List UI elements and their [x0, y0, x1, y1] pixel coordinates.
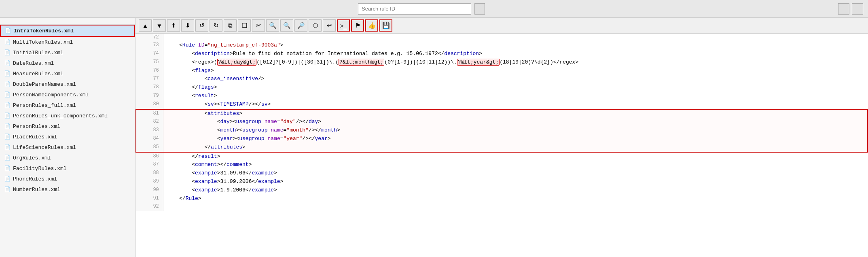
undo-button[interactable]: ↺ [195, 19, 208, 32]
expand-icon[interactable] [838, 3, 849, 15]
table-row: 82 <day><usegroup name="day"/></day> [136, 118, 868, 126]
table-row: 74 <description>Rule to find dot notatio… [136, 50, 868, 58]
table-row: 73 <Rule ID="ng_timestamp_cf-9003a"> [136, 41, 868, 50]
zoom-reset-button[interactable]: 🔎 [294, 19, 307, 32]
sidebar-item-PersonRules-xml[interactable]: 📄PersonRules.xml [0, 121, 135, 132]
copy2-button[interactable]: ❑ [238, 19, 251, 32]
line-number: 84 [136, 135, 163, 143]
sidebar-item-label: FacilityRules.xml [13, 166, 67, 172]
file-icon: 📄 [4, 81, 11, 87]
file-icon: 📄 [4, 134, 11, 140]
table-row: 77 <case_insensitive/> [136, 75, 868, 83]
sidebar-item-PersonRules_full-xml[interactable]: 📄PersonRules_full.xml [0, 100, 135, 110]
sidebar-item-PhoneRules-xml[interactable]: 📄PhoneRules.xml [0, 174, 135, 184]
find-rule-button[interactable] [474, 3, 485, 15]
code-line: <description>Rule to find dot notation f… [163, 50, 868, 58]
table-row: 83 <month><usegroup name="month"/></mont… [136, 126, 868, 135]
file-icon: 📄 [4, 186, 11, 193]
file-icon: 📄 [4, 144, 11, 151]
sidebar-item-label: NumberRules.xml [13, 187, 60, 193]
code-line: <year><usegroup name="year"/></year> [163, 135, 868, 143]
sidebar-item-PlaceRules-xml[interactable]: 📄PlaceRules.xml [0, 132, 135, 142]
line-number: 90 [136, 186, 163, 195]
sidebar-item-MultiTokenRules-xml[interactable]: 📄MultiTokenRules.xml [0, 37, 135, 47]
sidebar-item-NumberRules-xml[interactable]: 📄NumberRules.xml [0, 184, 135, 195]
sidebar-item-DoubleParenNames-xml[interactable]: 📄DoubleParenNames.xml [0, 79, 135, 89]
sidebar-item-LifeScienceRules-xml[interactable]: 📄LifeScienceRules.xml [0, 142, 135, 153]
sidebar-item-IntraTokenRules-xml[interactable]: 📄IntraTokenRules.xml [0, 25, 135, 37]
table-row: 78 </flags> [136, 83, 868, 92]
thumb-button[interactable]: 👍 [365, 19, 378, 32]
code-line: <result> [163, 92, 868, 100]
help-icon[interactable] [852, 3, 863, 15]
code-line: <month><usegroup name="month"/></month> [163, 126, 868, 135]
line-number: 75 [136, 58, 163, 67]
file-icon: 📄 [4, 60, 11, 66]
code-line: <flags> [163, 67, 868, 75]
line-number: 86 [136, 152, 163, 161]
code-line: <example>31.09.2006</example> [163, 178, 868, 186]
code-line [163, 203, 868, 210]
code-line: <regex>(?&lt;day&gt;([012]?[0-9])|([30|3… [163, 58, 868, 67]
zoom-out-button[interactable]: 🔍 [280, 19, 293, 32]
line-number: 92 [136, 203, 163, 210]
table-row: 81 <attributes> [136, 109, 868, 118]
up-solid-button[interactable]: ▲ [139, 19, 152, 32]
down-solid-button[interactable]: ▼ [153, 19, 166, 32]
sidebar-item-label: PersonRules.xml [13, 123, 60, 130]
file-icon: 📄 [4, 113, 11, 119]
copy1-button[interactable]: ⧉ [224, 19, 237, 32]
line-number: 91 [136, 195, 163, 203]
table-row: 85 </attributes> [136, 143, 868, 152]
redo-button[interactable]: ↻ [210, 19, 222, 32]
share2-button[interactable]: ↩ [323, 19, 336, 32]
sidebar-item-label: DateRules.xml [13, 60, 54, 66]
line-number: 74 [136, 50, 163, 58]
sidebar-header [0, 19, 135, 25]
table-row: 80 <sv><TIMESTAMP/></sv> [136, 100, 868, 109]
line-number: 80 [136, 100, 163, 109]
up-outline-button[interactable]: ⬆ [167, 19, 180, 32]
code-line: </attributes> [163, 143, 868, 152]
share1-button[interactable]: ⬡ [309, 19, 322, 32]
main-layout: 📄IntraTokenRules.xml📄MultiTokenRules.xml… [0, 18, 868, 257]
code-line: <day><usegroup name="day"/></day> [163, 118, 868, 126]
terminal-button[interactable]: >_ [337, 19, 350, 32]
sidebar-item-label: MultiTokenRules.xml [13, 39, 73, 45]
code-area[interactable]: 7273 <Rule ID="ng_timestamp_cf-9003a">74… [135, 34, 868, 257]
file-icon: 📄 [4, 123, 11, 130]
down-outline-button[interactable]: ⬇ [181, 19, 194, 32]
sidebar-item-DateRules-xml[interactable]: 📄DateRules.xml [0, 58, 135, 68]
zoom-in-button[interactable]: 🔍 [266, 19, 279, 32]
table-row: 91 </Rule> [136, 195, 868, 203]
collapse-sidebar-button[interactable] [127, 21, 132, 23]
sidebar-item-label: DoubleParenNames.xml [13, 81, 76, 87]
sidebar-item-FacilityRules-xml[interactable]: 📄FacilityRules.xml [0, 163, 135, 174]
flag-button[interactable]: ⚑ [351, 19, 364, 32]
sidebar-item-MeasureRules-xml[interactable]: 📄MeasureRules.xml [0, 68, 135, 79]
search-rule-input[interactable] [358, 3, 471, 15]
cut-button[interactable]: ✂ [252, 19, 265, 32]
line-number: 87 [136, 161, 163, 169]
line-number: 76 [136, 67, 163, 75]
table-row: 76 <flags> [136, 67, 868, 75]
search-area [358, 3, 485, 15]
line-number: 73 [136, 41, 163, 50]
file-icon: 📄 [4, 155, 11, 161]
save-button[interactable]: 💾 [379, 19, 392, 32]
line-number: 83 [136, 126, 163, 135]
editor-panel: ▲▼⬆⬇↺↻⧉❑✂🔍🔍🔎⬡↩>_⚑👍💾 7273 <Rule ID="ng_ti… [135, 18, 868, 257]
sidebar-item-label: OrgRules.xml [13, 155, 51, 161]
sidebar-item-InitialRules-xml[interactable]: 📄InitialRules.xml [0, 47, 135, 58]
sidebar-item-OrgRules-xml[interactable]: 📄OrgRules.xml [0, 153, 135, 163]
sidebar-item-PersonRules_unk_components-xml[interactable]: 📄PersonRules_unk_components.xml [0, 110, 135, 121]
sidebar-item-label: LifeScienceRules.xml [13, 144, 76, 151]
code-line: <case_insensitive/> [163, 75, 868, 83]
file-icon: 📄 [4, 176, 11, 182]
sidebar-file-list: 📄IntraTokenRules.xml📄MultiTokenRules.xml… [0, 25, 135, 195]
sidebar-item-label: MeasureRules.xml [13, 71, 64, 77]
line-number: 89 [136, 178, 163, 186]
line-number: 81 [136, 109, 163, 118]
file-icon: 📄 [4, 49, 11, 56]
sidebar-item-PersonNameComponents-xml[interactable]: 📄PersonNameComponents.xml [0, 89, 135, 100]
